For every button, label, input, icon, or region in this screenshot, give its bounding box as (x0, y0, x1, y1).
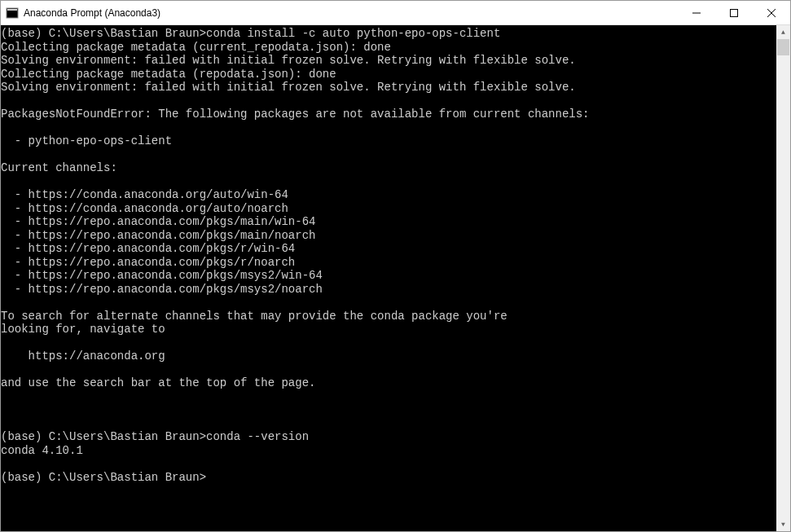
terminal-area: (base) C:\Users\Bastian Braun>conda inst… (1, 25, 790, 531)
terminal-output[interactable]: (base) C:\Users\Bastian Braun>conda inst… (1, 25, 776, 531)
window-title: Anaconda Prompt (Anaconda3) (24, 7, 678, 19)
minimize-button[interactable] (678, 1, 715, 24)
window: Anaconda Prompt (Anaconda3) (base) C:\Us… (0, 0, 791, 532)
scrollbar[interactable]: ▲ ▼ (776, 25, 790, 531)
app-icon (6, 7, 19, 20)
svg-rect-1 (7, 9, 17, 11)
scrollbar-thumb[interactable] (777, 39, 789, 55)
scrollbar-down-arrow[interactable]: ▼ (776, 517, 790, 531)
scrollbar-up-arrow[interactable]: ▲ (776, 25, 790, 39)
maximize-button[interactable] (715, 1, 753, 24)
svg-rect-3 (731, 9, 738, 16)
title-bar: Anaconda Prompt (Anaconda3) (1, 1, 790, 25)
window-controls (678, 1, 790, 24)
close-button[interactable] (753, 1, 790, 24)
